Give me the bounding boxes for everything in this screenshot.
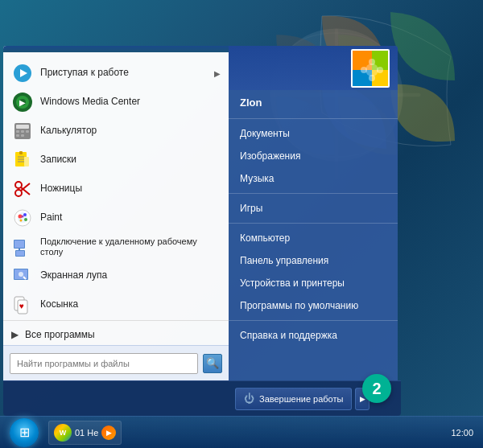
helper-orb-icon: W — [54, 424, 72, 442]
right-item-documents[interactable]: Документы — [229, 122, 398, 145]
taskbar-system-icons: 12:00 — [451, 428, 480, 438]
search-input[interactable] — [10, 353, 198, 374]
right-divider-2 — [229, 193, 398, 194]
program-item-calc[interactable]: Калькулятор — [3, 117, 229, 146]
svg-rect-15 — [21, 134, 24, 137]
svg-point-29 — [23, 213, 27, 216]
solitaire-label: Косынка — [40, 298, 78, 311]
svg-point-30 — [24, 218, 27, 221]
program-divider — [3, 320, 229, 321]
svg-point-54 — [377, 67, 383, 73]
user-avatar — [351, 49, 390, 88]
svg-text:▶: ▶ — [19, 98, 26, 107]
program-list: Приступая к работе ▶ ▶ Windows Media Cen… — [3, 52, 229, 317]
svg-point-40 — [19, 272, 23, 277]
svg-point-23 — [15, 190, 22, 196]
shutdown-button[interactable]: ⏻ Завершение работы — [235, 388, 352, 410]
all-programs-arrow: ▶ — [11, 329, 19, 340]
right-item-devices[interactable]: Устройства и принтеры — [229, 272, 398, 294]
remote-label: Подключение к удаленному рабочему столу — [40, 236, 221, 257]
program-item-solitaire[interactable]: ♥ Косынка — [3, 290, 229, 317]
right-divider-1 — [229, 118, 398, 119]
right-item-music[interactable]: Музыка — [229, 167, 398, 190]
notepad-label: Записки — [40, 154, 76, 166]
taskbar-helper-item[interactable]: W 01 Не ▶ — [48, 421, 122, 445]
helper-label: 01 Не — [75, 428, 98, 438]
notepad-icon — [11, 149, 34, 171]
right-divider-3 — [229, 223, 398, 224]
scissors-label: Ножницы — [40, 183, 82, 195]
program-item-scissors[interactable]: Ножницы — [3, 175, 229, 203]
desktop: Приступая к работе ▶ ▶ Windows Media Cen… — [0, 0, 483, 448]
calc-icon — [11, 120, 34, 142]
getting-started-label: Приступая к работе — [40, 67, 129, 80]
username-label: Zlon — [229, 97, 398, 115]
start-button[interactable] — [3, 418, 45, 447]
search-icon: 🔍 — [206, 357, 219, 369]
right-item-games[interactable]: Игры — [229, 197, 398, 220]
svg-point-53 — [361, 67, 367, 73]
magnifier-label: Экранная лупа — [40, 269, 107, 282]
helper-play-icon: ▶ — [101, 425, 116, 440]
right-panel-items: Zlon Документы Изображения Музыка Игры К… — [229, 90, 398, 347]
svg-rect-12 — [21, 130, 24, 133]
svg-text:♥: ♥ — [19, 302, 24, 310]
svg-point-52 — [369, 75, 375, 81]
svg-rect-14 — [16, 134, 19, 137]
svg-point-50 — [365, 64, 378, 76]
badge-value: 2 — [372, 380, 381, 398]
svg-rect-11 — [16, 130, 19, 133]
all-programs-button[interactable]: ▶ Все программы — [3, 324, 229, 345]
start-menu-left: Приступая к работе ▶ ▶ Windows Media Cen… — [3, 46, 229, 380]
shutdown-icon: ⏻ — [244, 393, 254, 405]
getting-started-icon — [11, 62, 34, 84]
all-programs-label: Все программы — [25, 329, 95, 340]
remote-icon — [11, 236, 34, 258]
right-item-computer[interactable]: Компьютер — [229, 227, 398, 249]
taskbar-time: 12:00 — [451, 428, 473, 438]
start-menu-right: Zlon Документы Изображения Музыка Игры К… — [229, 46, 398, 380]
svg-point-24 — [15, 182, 22, 188]
wmc-icon: ▶ — [11, 91, 34, 113]
user-area — [229, 46, 398, 90]
solitaire-icon: ♥ — [11, 294, 34, 316]
svg-rect-10 — [16, 125, 29, 129]
svg-rect-13 — [26, 130, 29, 133]
wmc-label: Windows Media Center — [40, 96, 140, 109]
svg-rect-16 — [26, 134, 29, 137]
search-button[interactable]: 🔍 — [203, 354, 222, 373]
program-item-magnifier[interactable]: Экранная лупа — [3, 261, 229, 290]
right-item-help[interactable]: Справка и поддержка — [229, 324, 398, 347]
magnifier-icon — [11, 265, 34, 287]
shutdown-bar: ⏻ Завершение работы ▶ — [3, 380, 401, 416]
right-item-images[interactable]: Изображения — [229, 145, 398, 167]
svg-point-31 — [20, 220, 23, 222]
program-item-notepad[interactable]: Записки — [3, 146, 229, 175]
right-divider-4 — [229, 320, 398, 321]
program-item-paint[interactable]: Paint — [3, 203, 229, 232]
program-item-getting-started[interactable]: Приступая к работе ▶ — [3, 59, 229, 88]
start-menu-top-strip — [3, 46, 229, 52]
svg-rect-22 — [24, 157, 29, 166]
search-bar: 🔍 — [3, 345, 229, 380]
program-item-remote[interactable]: Подключение к удаленному рабочему столу — [3, 232, 229, 261]
paint-icon — [11, 207, 34, 229]
svg-point-32 — [22, 216, 24, 218]
svg-rect-36 — [16, 251, 24, 256]
paint-label: Paint — [40, 212, 62, 224]
right-item-control-panel[interactable]: Панель управления — [229, 249, 398, 272]
right-item-defaults[interactable]: Программы по умолчанию — [229, 294, 398, 317]
badge-2: 2 — [362, 374, 391, 403]
svg-point-51 — [369, 59, 375, 65]
calc-label: Калькулятор — [40, 125, 97, 138]
start-orb[interactable] — [10, 418, 39, 447]
program-item-wmc[interactable]: ▶ Windows Media Center — [3, 88, 229, 117]
shutdown-label: Завершение работы — [259, 394, 343, 404]
scissors-icon — [11, 178, 34, 200]
taskbar: W 01 Не ▶ 12:00 — [0, 416, 483, 448]
getting-started-arrow: ▶ — [214, 69, 221, 78]
svg-rect-18 — [19, 151, 23, 154]
svg-rect-34 — [14, 240, 24, 248]
